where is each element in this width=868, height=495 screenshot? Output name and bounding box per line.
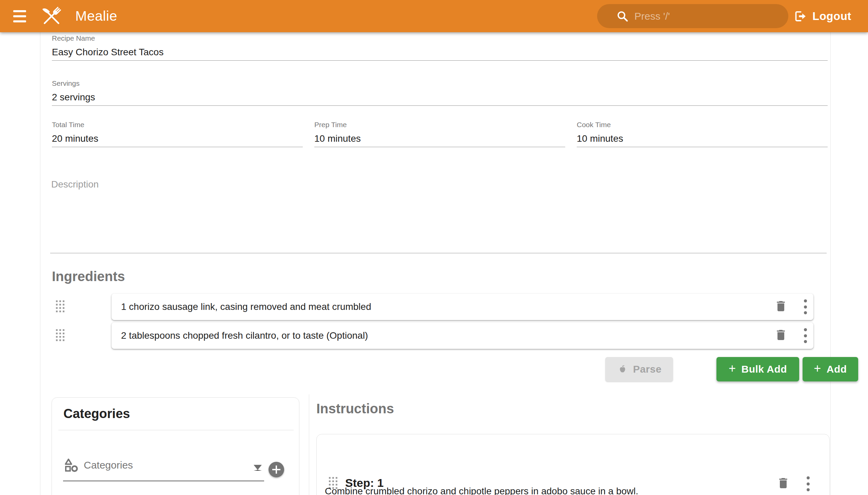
bulk-add-label: Bulk Add <box>741 363 787 375</box>
chevron-down-icon[interactable] <box>254 465 262 471</box>
search-input[interactable] <box>634 11 770 22</box>
servings-input[interactable] <box>52 90 828 104</box>
categories-card: Categories Categories <box>52 397 300 495</box>
ingredient-text: 1 chorizo sausage link, casing removed a… <box>121 302 371 312</box>
kebab-icon <box>804 300 807 303</box>
recipe-name-label: Recipe Name <box>52 34 828 43</box>
column-divider <box>309 394 309 495</box>
logout-icon <box>793 9 807 23</box>
mealie-logo-icon[interactable] <box>39 4 64 29</box>
app-title: Mealie <box>75 8 117 24</box>
recipe-name-input[interactable] <box>52 46 828 59</box>
description-input[interactable] <box>50 190 827 253</box>
description-label: Description <box>51 179 99 190</box>
ingredients-heading: Ingredients <box>52 269 125 284</box>
apple-icon <box>617 363 628 375</box>
ingredient-menu-button[interactable] <box>804 328 807 343</box>
logout-label: Logout <box>812 10 851 23</box>
categories-title: Categories <box>63 407 130 421</box>
plus-icon: + <box>729 361 736 376</box>
categories-select[interactable]: Categories <box>84 459 133 471</box>
prep-time-input[interactable] <box>314 132 565 146</box>
trash-icon <box>774 298 788 314</box>
servings-label: Servings <box>52 79 828 88</box>
shapes-icon <box>63 457 79 474</box>
plus-icon: + <box>814 361 821 376</box>
add-label: Add <box>827 363 847 375</box>
servings-field: Servings <box>52 79 828 106</box>
delete-ingredient-button[interactable] <box>774 327 788 344</box>
ingredient-drag-handle[interactable] <box>56 301 65 312</box>
cook-time-label: Cook Time <box>577 120 828 129</box>
kebab-icon <box>804 328 807 331</box>
cook-time-input[interactable] <box>577 132 828 146</box>
delete-ingredient-button[interactable] <box>774 298 788 315</box>
ingredient-text: 2 tablespoons chopped fresh cilantro, or… <box>121 330 368 341</box>
total-time-field: Total Time <box>52 120 303 147</box>
add-category-button[interactable] <box>269 462 284 477</box>
instructions-heading: Instructions <box>316 401 394 416</box>
menu-hamburger-icon[interactable] <box>13 10 26 23</box>
instruction-step-card: Step: 1 Combine crumbled chorizo and chi… <box>316 434 830 495</box>
select-underline <box>63 480 264 481</box>
kebab-icon <box>806 476 810 479</box>
app-bar: Mealie Logout <box>0 0 868 32</box>
prep-time-field: Prep Time <box>314 120 565 147</box>
cook-time-field: Cook Time <box>577 120 828 147</box>
parse-button[interactable]: Parse <box>605 357 673 381</box>
recipe-name-field: Recipe Name <box>52 34 828 61</box>
ingredient-drag-handle[interactable] <box>56 329 65 341</box>
ingredient-input[interactable]: 1 chorizo sausage link, casing removed a… <box>112 294 813 320</box>
ingredient-menu-button[interactable] <box>804 300 807 314</box>
prep-time-label: Prep Time <box>314 120 565 129</box>
bulk-add-button[interactable]: + Bulk Add <box>716 357 799 381</box>
recipe-editor-sheet: Recipe Name Servings Total Time Prep Tim… <box>40 32 831 495</box>
trash-icon <box>774 327 788 343</box>
divider <box>58 430 294 430</box>
step-text-input[interactable]: Combine crumbled chorizo and chipotle pe… <box>325 486 820 495</box>
total-time-input[interactable] <box>52 132 303 146</box>
add-ingredient-button[interactable]: + Add <box>803 357 858 381</box>
ingredient-input[interactable]: 2 tablespoons chopped fresh cilantro, or… <box>112 322 813 349</box>
total-time-label: Total Time <box>52 120 303 129</box>
logout-button[interactable]: Logout <box>793 0 851 32</box>
parse-label: Parse <box>633 363 662 375</box>
search-icon <box>616 10 629 23</box>
search-bar[interactable] <box>597 4 788 28</box>
